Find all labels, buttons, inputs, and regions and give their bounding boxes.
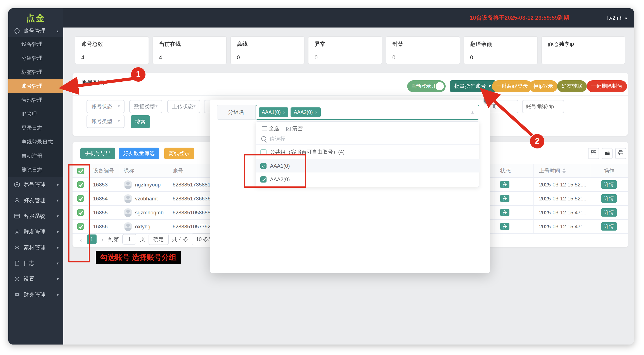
next-page-icon[interactable]: › — [100, 236, 105, 243]
group-option-aaa1[interactable]: AAA1(0) — [256, 159, 480, 172]
data-type-select[interactable]: 数据类型 ▼ — [129, 100, 162, 113]
row-checkbox[interactable] — [77, 195, 84, 202]
select-all-checkbox[interactable] — [77, 167, 84, 174]
offline-login-button[interactable]: 离线登录 — [164, 148, 194, 159]
sidebar-group-settings[interactable]: 设置 ▼ — [8, 272, 63, 286]
tag-remove-icon[interactable]: × — [315, 110, 318, 115]
button-label: 好友转移 — [562, 82, 582, 90]
stat-card-translate: 翻译余额 0 — [464, 36, 538, 64]
stat-label: 离线 — [237, 41, 248, 48]
clear-action[interactable]: 清空 — [286, 125, 303, 132]
search-label: 搜索 — [135, 118, 146, 126]
file-icon — [14, 260, 20, 266]
one-key-delete-ban-button[interactable]: 一键删除封号 — [587, 80, 627, 92]
account-type-select[interactable]: 账号类型 ▼ — [86, 115, 124, 128]
select-label: 数据类型 — [134, 103, 155, 110]
sidebar-item-tag-mgmt[interactable]: 标签管理 — [8, 65, 63, 79]
detail-button[interactable]: 详情 — [601, 208, 617, 217]
dropdown-search-input[interactable] — [269, 135, 358, 142]
account-status-select[interactable]: 账号状态 ▼ — [86, 100, 124, 113]
detail-button[interactable]: 详情 — [601, 222, 617, 231]
auto-login-toggle[interactable]: 自动登录开启 — [407, 80, 446, 92]
export-phone-button[interactable]: 手机号导出 — [80, 148, 115, 159]
nick-text: vzobhamt — [135, 195, 158, 202]
group-multi-select[interactable]: AAA1(0) × AAA2(0) × — [256, 105, 479, 120]
select-all-action[interactable]: 全选 — [262, 125, 279, 132]
export-table-button[interactable] — [602, 148, 612, 159]
one-key-offline-login-button[interactable]: 一键离线登录 — [492, 80, 532, 92]
avatar — [124, 194, 132, 203]
row-checkbox[interactable] — [77, 223, 84, 230]
button-label: 好友数量筛选 — [123, 150, 155, 157]
sidebar-group-material[interactable]: 素材管理 ▼ — [8, 241, 63, 255]
checkbox-checked[interactable] — [260, 176, 266, 182]
stat-value: 0 — [470, 54, 473, 61]
keyword-search-input[interactable] — [522, 100, 564, 113]
sort-icon[interactable] — [562, 168, 566, 173]
detail-button[interactable]: 详情 — [601, 194, 617, 203]
stat-label: 封禁 — [392, 41, 403, 48]
total-count: 共 4 条 — [172, 236, 188, 243]
cell-time: 2025-03-12 15:47:... — [534, 220, 590, 233]
row-checkbox[interactable] — [77, 209, 84, 216]
checkbox-unchecked[interactable] — [260, 149, 266, 155]
sidebar-item-offline-login-log[interactable]: 离线登录日志 — [8, 135, 63, 149]
sidebar-item-login-log[interactable]: 登录日志 — [8, 121, 63, 135]
col-action: 操作 — [590, 164, 628, 177]
sidebar-group-nurture[interactable]: 养号管理 ▼ — [8, 178, 63, 192]
sidebar-group-broadcast[interactable]: 群发管理 ▼ — [8, 225, 63, 239]
page-number[interactable]: 1 — [87, 235, 96, 244]
search-button[interactable]: 搜索 — [131, 115, 150, 128]
columns-icon — [590, 150, 596, 157]
stat-label: 翻译余额 — [470, 41, 492, 48]
sidebar-submenu: 设备管理 分组管理 标签管理 账号管理 号池管理 IP管理 登录日志 离线登录日… — [8, 37, 63, 177]
panel-title: 账号列表 — [81, 79, 105, 87]
sidebar-group-logs[interactable]: 日志 ▼ — [8, 256, 63, 270]
checkbox-checked[interactable] — [260, 163, 266, 169]
sidebar-group-label: 好友管理 — [24, 197, 46, 204]
row-checkbox[interactable] — [77, 181, 84, 188]
status-badge: 在 — [500, 195, 510, 202]
option-label: 公共组（客服台可自由取号）(4) — [270, 148, 344, 156]
sidebar-item-device-mgmt[interactable]: 设备管理 — [8, 37, 63, 51]
confirm-button[interactable]: 确定 — [148, 234, 169, 245]
user-menu[interactable]: ltv2mh▼ — [607, 8, 628, 27]
change-ip-login-button[interactable]: 换ip登录 — [529, 80, 558, 92]
chevron-down-icon: ▼ — [56, 277, 60, 281]
sidebar-group-finance[interactable]: 财务管理 ▼ — [8, 288, 63, 302]
print-button[interactable] — [615, 148, 626, 159]
button-label: 一键删除封号 — [591, 82, 622, 90]
sidebar-item-ip-mgmt[interactable]: IP管理 — [8, 107, 63, 121]
stat-value: 0 — [314, 54, 318, 61]
stat-value: 0 — [392, 54, 396, 61]
tag-remove-icon[interactable]: × — [283, 110, 286, 115]
sidebar-item-group-mgmt[interactable]: 分组管理 — [8, 51, 63, 65]
dropdown-search[interactable] — [256, 133, 480, 145]
sidebar-group-label: 客服系统 — [24, 212, 46, 220]
stat-label: 账号总数 — [81, 41, 103, 48]
sidebar-item-auto-register[interactable]: 自动注册 — [8, 149, 63, 163]
sidebar-item-pool-mgmt[interactable]: 号池管理 — [8, 93, 63, 107]
friend-transfer-button[interactable]: 好友转移 — [557, 80, 587, 92]
sidebar-item-account-mgmt[interactable]: 账号管理 — [8, 79, 63, 93]
prev-page-icon[interactable]: ‹ — [79, 236, 84, 243]
group-option-aaa2[interactable]: AAA2(0) — [256, 172, 480, 186]
batch-operate-label: 批量操作账号 — [454, 82, 486, 90]
stat-card-online: 当前在线 4 — [152, 36, 227, 64]
detail-button[interactable]: 详情 — [601, 180, 617, 189]
sidebar-group-account[interactable]: 账号管理 ▲ — [8, 24, 63, 38]
group-dropdown: 全选 清空 公共组（客服台可自由取号）(4) AAA1(0) AA — [256, 121, 479, 187]
sidebar-group-friends[interactable]: 好友管理 ▼ — [8, 193, 63, 207]
chevron-down-icon: ▼ — [193, 100, 196, 113]
upload-status-select[interactable]: 上传状态 ▼ — [167, 100, 200, 113]
friend-count-filter-button[interactable]: 好友数量筛选 — [119, 148, 159, 159]
batch-operate-button[interactable]: 批量操作账号 ▼ — [450, 80, 496, 92]
goto-page-input[interactable] — [122, 234, 136, 245]
sidebar-group-cs[interactable]: 客服系统 ▼ — [8, 209, 63, 223]
column-settings-button[interactable] — [588, 148, 599, 159]
close-icon[interactable]: ✕ — [484, 95, 493, 104]
tag-label: AAA1(0) — [262, 110, 281, 115]
sidebar-item-delete-log[interactable]: 删除日志 — [8, 163, 63, 177]
group-option-public[interactable]: 公共组（客服台可自由取号）(4) — [256, 145, 480, 159]
cell-nick: oxfyhg — [119, 220, 168, 233]
